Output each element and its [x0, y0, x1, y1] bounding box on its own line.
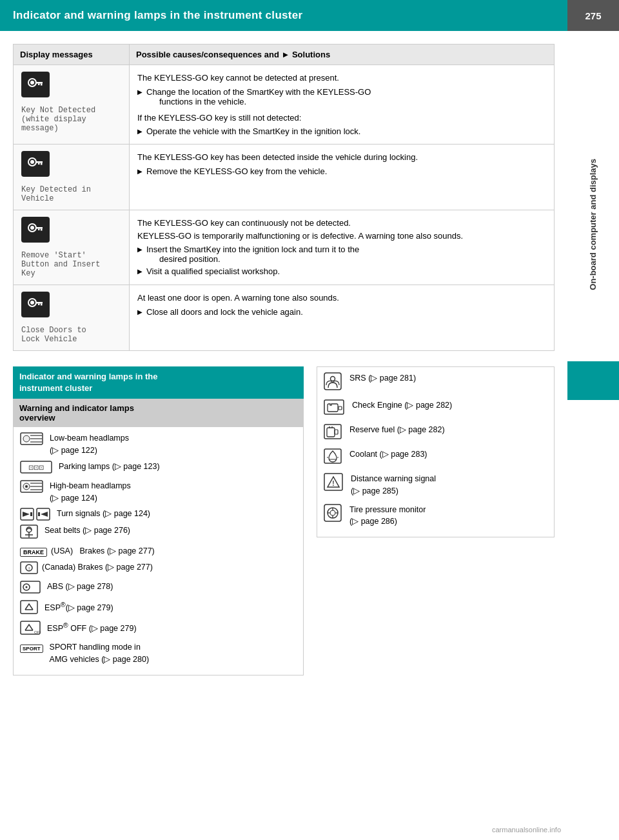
bullet-text: Insert the SmartKey into the ignition lo… — [146, 245, 359, 264]
header-bar: Indicator and warning lamps in the instr… — [0, 0, 619, 31]
list-item: ! Distance warning signal(▷ page 285) — [324, 473, 547, 497]
display-msg-cell: Key Not Detected(white displaymessage) — [14, 65, 130, 145]
content-cell: At least one door is open. A warning ton… — [130, 285, 555, 351]
indicator-list-left: Low-beam headlamps(▷ page 122) ⊡⊡⊡ Parki… — [13, 427, 304, 675]
item-text: ESP®(▷ page 279) — [44, 600, 113, 614]
cell-para: The KEYLESS-GO key cannot be detected at… — [137, 72, 546, 85]
bullet-text: Remove the KEYLESS-GO key from the vehic… — [146, 166, 327, 176]
svg-rect-2 — [36, 82, 43, 84]
section-header-gray: Warning and indicator lampsoverview — [13, 399, 304, 427]
distance-warning-icon: ! — [324, 473, 343, 494]
reserve-fuel-icon — [324, 424, 342, 442]
item-text: SRS (▷ page 281) — [349, 372, 416, 385]
bullet-text: Change the location of the SmartKey with… — [146, 87, 371, 106]
svg-point-48 — [26, 586, 28, 588]
svg-rect-18 — [41, 304, 43, 306]
svg-rect-19 — [38, 304, 40, 306]
display-messages-table: Display messages Possible causes/consequ… — [13, 44, 555, 351]
item-text: Check Engine (▷ page 282) — [352, 399, 452, 412]
bullet-item: Change the location of the SmartKey with… — [137, 87, 546, 106]
low-beam-icon — [20, 432, 43, 448]
svg-point-1 — [30, 81, 34, 85]
svg-rect-8 — [41, 163, 43, 165]
key-icon — [21, 151, 50, 177]
list-item: ESP®(▷ page 279) — [20, 600, 297, 617]
svg-rect-7 — [36, 161, 43, 163]
key-icon — [21, 292, 50, 317]
list-item: Tire pressure monitor(▷ page 286) — [324, 504, 547, 528]
display-msg-cell: Key Detected inVehicle — [14, 145, 130, 210]
content-cell: The KEYLESS-GO key cannot be detected at… — [130, 65, 555, 145]
display-msg-cell: Remove 'Start'Button and InsertKey — [14, 210, 130, 285]
display-msg-text: Close Doors toLock Vehicle — [21, 326, 121, 344]
display-msg-text: Remove 'Start'Button and InsertKey — [21, 251, 121, 278]
item-text: Coolant (▷ page 283) — [349, 448, 427, 461]
col2-header: Possible causes/consequences and ► Solut… — [130, 45, 555, 65]
indicator-table-right: SRS (▷ page 281) Check Engine (▷ page 28… — [317, 366, 555, 675]
item-text: SPORT handling mode inAMG vehicles (▷ pa… — [50, 641, 150, 666]
svg-rect-17 — [36, 302, 43, 304]
list-item: ! (Canada) Brakes (▷ page 277) — [20, 561, 297, 577]
list-item: ABS (▷ page 278) — [20, 581, 297, 596]
table-row: Remove 'Start'Button and InsertKey The K… — [14, 210, 555, 285]
list-item: SRS (▷ page 281) — [324, 372, 547, 393]
svg-point-32 — [25, 485, 28, 488]
list-item: Reserve fuel (▷ page 282) — [324, 424, 547, 442]
bullet-item: Close all doors and lock the vehicle aga… — [137, 307, 546, 317]
item-text: Reserve fuel (▷ page 282) — [349, 424, 445, 436]
page-number: 275 — [567, 0, 619, 31]
coolant-icon — [324, 448, 342, 466]
bullet-item: Insert the SmartKey into the ignition lo… — [137, 245, 546, 264]
item-text: Distance warning signal(▷ page 285) — [351, 473, 436, 497]
list-item: SPORT SPORT handling mode inAMG vehicles… — [20, 641, 297, 666]
table-row: Key Not Detected(white displaymessage) T… — [14, 65, 555, 145]
sidebar-label-text: On-board computer and displays — [588, 159, 599, 290]
abs-icon — [20, 581, 41, 596]
svg-point-21 — [23, 435, 30, 442]
svg-rect-49 — [21, 601, 37, 614]
brake-canada-icon: ! — [20, 561, 38, 577]
key-icon — [21, 72, 50, 97]
bullet-text: Close all doors and lock the vehicle aga… — [146, 307, 303, 317]
seatbelt-icon — [20, 525, 38, 541]
high-beam-icon — [20, 480, 43, 495]
svg-text:!: ! — [28, 566, 30, 572]
item-text: Low-beam headlamps(▷ page 122) — [50, 432, 129, 457]
svg-point-16 — [30, 301, 34, 305]
svg-rect-13 — [41, 229, 43, 231]
section-header-teal: Indicator and warning lamps in theinstru… — [13, 366, 304, 399]
svg-rect-3 — [41, 84, 43, 86]
svg-point-6 — [30, 160, 34, 164]
esp-icon — [20, 600, 38, 617]
bullet-item: Visit a qualified specialist workshop. — [137, 266, 546, 276]
esp-off-icon: OFF — [20, 621, 41, 637]
list-item: BRAKE (USA) Brakes (▷ page 277) — [20, 545, 297, 557]
key-icon — [21, 217, 50, 243]
list-item: ⊡⊡⊡ Parking lamps (▷ page 123) — [20, 461, 297, 476]
list-item: Coolant (▷ page 283) — [324, 448, 547, 466]
check-engine-icon — [324, 399, 344, 417]
brake-usa-icon: BRAKE — [20, 545, 47, 557]
indicator-table-left: Indicator and warning lamps in theinstru… — [13, 366, 304, 675]
bullet-item: Operate the vehicle with the SmartKey in… — [137, 126, 546, 136]
list-item: Low-beam headlamps(▷ page 122) — [20, 432, 297, 457]
svg-text:⊡⊡⊡: ⊡⊡⊡ — [28, 464, 44, 471]
list-item: High-beam headlamps(▷ page 124) — [20, 480, 297, 505]
display-msg-cell: Close Doors toLock Vehicle — [14, 285, 130, 351]
svg-rect-9 — [38, 163, 40, 165]
bullet-text: Operate the vehicle with the SmartKey in… — [146, 126, 360, 136]
content-cell: The KEYLESS-GO key has been detected ins… — [130, 145, 555, 210]
display-msg-text: Key Detected inVehicle — [21, 185, 121, 203]
svg-rect-4 — [38, 84, 40, 86]
item-text: Turn signals (▷ page 124) — [57, 508, 150, 520]
item-text: (USA) Brakes (▷ page 277) — [51, 545, 155, 557]
header-title: Indicator and warning lamps in the instr… — [13, 9, 302, 22]
srs-icon — [324, 372, 342, 393]
bottom-section: Indicator and warning lamps in theinstru… — [13, 366, 555, 675]
svg-rect-70 — [324, 505, 341, 521]
cell-para: At least one door is open. A warning ton… — [137, 292, 546, 305]
item-text: ABS (▷ page 278) — [47, 581, 113, 593]
table-row: Close Doors toLock Vehicle At least one … — [14, 285, 555, 351]
item-text: (Canada) Brakes (▷ page 277) — [42, 561, 153, 574]
item-text: Tire pressure monitor(▷ page 286) — [349, 504, 426, 528]
